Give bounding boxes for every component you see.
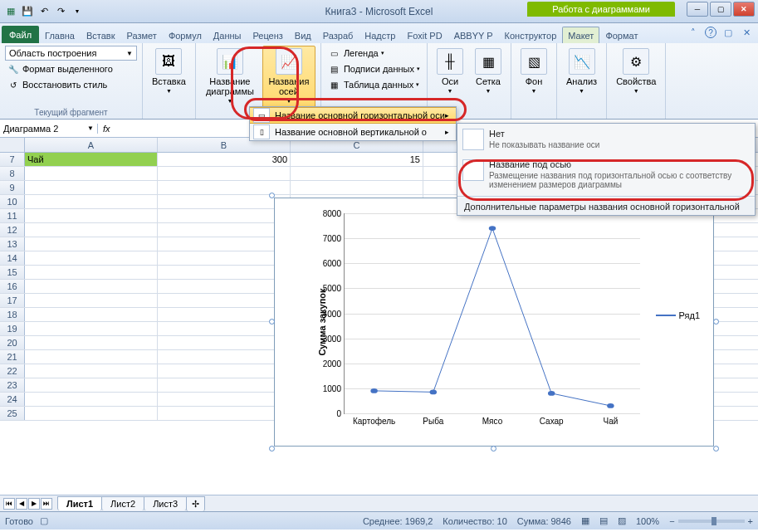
row-header[interactable]: 18	[0, 308, 25, 321]
fx-icon[interactable]: fx	[103, 124, 110, 134]
cell[interactable]	[25, 251, 158, 265]
undo-icon[interactable]: ↶	[37, 4, 51, 19]
chart-legend[interactable]: Ряд1	[656, 310, 700, 320]
sheet-tab-3[interactable]: Лист3	[144, 496, 187, 510]
insert-button[interactable]: 🖼 Вставка ▼	[148, 46, 190, 117]
sheet-tab-2[interactable]: Лист2	[101, 496, 144, 510]
row-header[interactable]: 12	[0, 223, 25, 237]
cell[interactable]	[25, 336, 158, 349]
sheet-nav-next[interactable]: ▶	[28, 498, 40, 510]
cell[interactable]: 15	[291, 153, 423, 166]
cell[interactable]	[158, 322, 291, 335]
tab-chart-format[interactable]: Формат	[599, 27, 643, 43]
tab-data[interactable]: Данны	[208, 27, 247, 43]
flyout-more-options[interactable]: Дополнительные параметры названия основн…	[457, 198, 755, 215]
row-header[interactable]: 25	[0, 407, 25, 420]
maximize-button[interactable]: ▢	[710, 2, 731, 17]
legend-button[interactable]: ▭Легенда ▾	[326, 46, 422, 61]
tab-insert[interactable]: Вставк	[81, 27, 121, 43]
cell[interactable]	[158, 167, 291, 180]
embedded-chart[interactable]: Сумма закупок 01000200030004000500060007…	[274, 198, 714, 447]
row-header[interactable]: 23	[0, 378, 25, 392]
close-button[interactable]: ✕	[733, 2, 755, 17]
row-header[interactable]: 13	[0, 237, 25, 251]
cell[interactable]	[291, 181, 423, 194]
view-page-layout-icon[interactable]: ▤	[599, 515, 608, 526]
row-header[interactable]: 16	[0, 280, 25, 293]
cell[interactable]	[25, 322, 158, 335]
tab-home[interactable]: Главна	[39, 27, 81, 43]
cell[interactable]: Чай	[25, 153, 158, 166]
cell[interactable]	[25, 167, 158, 180]
view-normal-icon[interactable]: ▦	[581, 515, 589, 526]
background-button[interactable]: ▧Фон▼	[516, 46, 551, 117]
sheet-nav-last[interactable]: ⏭	[41, 498, 52, 510]
new-sheet-button[interactable]: ✢	[186, 496, 205, 511]
row-header[interactable]: 10	[0, 195, 25, 208]
cell[interactable]	[25, 266, 158, 279]
cell[interactable]	[25, 308, 158, 321]
cell[interactable]	[158, 407, 291, 420]
cell[interactable]	[158, 350, 291, 364]
flyout-none[interactable]: Нет Не показывать название оси	[457, 124, 755, 154]
data-table-button[interactable]: ▦Таблица данных ▾	[326, 77, 422, 92]
cell[interactable]	[158, 223, 291, 237]
cell[interactable]	[158, 364, 291, 378]
cell[interactable]	[158, 266, 291, 279]
redo-icon[interactable]: ↷	[53, 4, 68, 19]
qat-dropdown-icon[interactable]: ▼	[70, 4, 85, 19]
cell[interactable]	[158, 336, 291, 349]
row-header[interactable]: 11	[0, 209, 25, 222]
format-selection-button[interactable]: 🔧 Формат выделенного	[5, 61, 137, 76]
row-header[interactable]: 8	[0, 167, 25, 180]
cell[interactable]	[291, 167, 423, 180]
cell[interactable]	[25, 350, 158, 364]
sheet-nav-first[interactable]: ⏮	[3, 498, 15, 510]
cell[interactable]	[25, 294, 158, 307]
row-header[interactable]: 22	[0, 364, 25, 378]
window-close-icon[interactable]: ✕	[740, 26, 753, 39]
cell[interactable]	[25, 407, 158, 420]
help-icon[interactable]: ?	[705, 27, 716, 38]
cell[interactable]	[25, 181, 158, 194]
tab-formulas[interactable]: Формул	[163, 27, 208, 43]
col-header-a[interactable]: A	[25, 138, 158, 152]
tab-chart-design[interactable]: Конструктор	[499, 27, 563, 43]
tab-layout[interactable]: Размет	[121, 27, 163, 43]
menu-horizontal-axis-title[interactable]: ▭ Название основной горизонтальной оси ▸	[250, 107, 456, 124]
cell[interactable]	[25, 378, 158, 392]
zoom-slider[interactable]: − +	[669, 516, 753, 526]
cell[interactable]	[25, 364, 158, 378]
chart-element-selector[interactable]: Область построения▼	[5, 46, 137, 61]
cell[interactable]	[25, 237, 158, 251]
row-header[interactable]: 24	[0, 393, 25, 406]
view-page-break-icon[interactable]: ▨	[618, 515, 626, 526]
data-labels-button[interactable]: ▤Подписи данных ▾	[326, 61, 422, 76]
menu-vertical-axis-title[interactable]: ▯ Название основной вертикальной о ▸	[250, 124, 456, 140]
sheet-tab-1[interactable]: Лист1	[57, 496, 102, 510]
tab-view[interactable]: Вид	[289, 27, 317, 43]
cell[interactable]	[158, 195, 291, 208]
row-header[interactable]: 17	[0, 294, 25, 307]
zoom-level[interactable]: 100%	[636, 516, 659, 526]
tab-review[interactable]: Реценз	[247, 27, 288, 43]
cell[interactable]	[158, 308, 291, 321]
tab-abbyy[interactable]: ABBYY P	[448, 27, 499, 43]
cell[interactable]	[158, 181, 291, 194]
zoom-out-icon[interactable]: −	[669, 516, 674, 526]
row-header[interactable]: 21	[0, 350, 25, 364]
row-header[interactable]: 14	[0, 251, 25, 265]
sheet-nav-prev[interactable]: ◀	[16, 498, 27, 510]
reset-style-button[interactable]: ↺ Восстановить стиль	[5, 77, 137, 92]
cell[interactable]	[158, 378, 291, 392]
tab-chart-layout[interactable]: Макет	[562, 27, 599, 43]
cell[interactable]	[158, 393, 291, 406]
row-header[interactable]: 20	[0, 336, 25, 349]
y-axis-title[interactable]: Сумма закупок	[317, 288, 327, 355]
window-restore-icon[interactable]: ▢	[721, 26, 735, 39]
row-header[interactable]: 19	[0, 322, 25, 335]
tab-file[interactable]: Файл	[2, 26, 39, 43]
row-header[interactable]: 9	[0, 181, 25, 194]
flyout-title-below-axis[interactable]: Название под осью Размещение названия по…	[457, 154, 755, 194]
save-icon[interactable]: 💾	[20, 4, 35, 19]
